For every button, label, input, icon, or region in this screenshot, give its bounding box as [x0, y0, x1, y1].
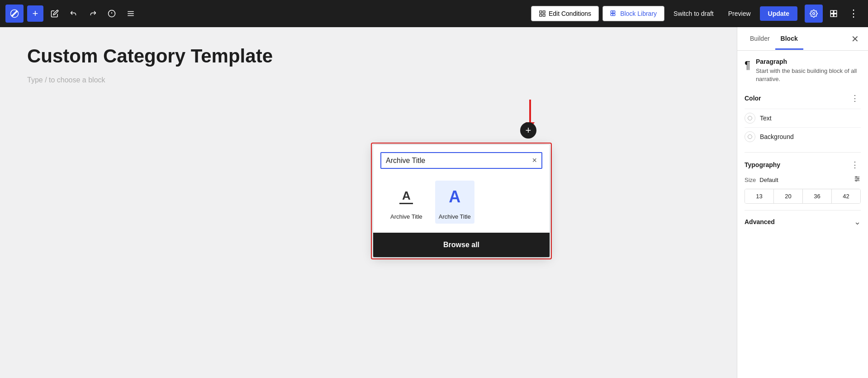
svg-rect-13: [613, 14, 615, 16]
add-block-button[interactable]: +: [27, 5, 43, 22]
svg-rect-8: [540, 14, 542, 16]
svg-rect-7: [543, 11, 545, 13]
preview-button[interactable]: Preview: [723, 6, 756, 21]
block-search-row[interactable]: ×: [380, 152, 542, 169]
more-options-button[interactable]: ⋮: [844, 5, 863, 23]
block-name-heading: Paragraph: [756, 58, 861, 65]
text-color-row[interactable]: Text: [745, 109, 861, 127]
svg-rect-17: [830, 14, 833, 17]
info-button[interactable]: [104, 7, 119, 20]
list-view-button[interactable]: [123, 7, 138, 20]
divider-1: [745, 152, 861, 153]
archive-title-icon-1: A: [399, 190, 413, 204]
update-button[interactable]: Update: [760, 6, 797, 21]
svg-rect-11: [613, 11, 615, 13]
browse-all-button[interactable]: Browse all: [373, 233, 550, 257]
block-item-archive-title-1[interactable]: A Archive Title: [387, 181, 426, 224]
svg-rect-16: [834, 10, 837, 13]
size-value: Default: [759, 177, 778, 183]
typography-more-button[interactable]: ⋮: [849, 159, 861, 171]
advanced-chevron-icon: ⌄: [854, 217, 861, 227]
block-results-list: A Archive Title A Archive Title: [373, 176, 550, 233]
advanced-section-row[interactable]: Advanced ⌄: [745, 210, 861, 233]
background-color-row[interactable]: Background: [745, 127, 861, 146]
text-color-circle: [745, 113, 755, 124]
tab-block[interactable]: Block: [775, 29, 803, 50]
background-color-circle: [745, 131, 755, 142]
svg-rect-10: [611, 11, 613, 13]
wp-logo[interactable]: [5, 5, 24, 23]
block-search-input[interactable]: [386, 157, 532, 165]
svg-point-23: [858, 178, 859, 180]
editor-area: Custom Category Template Type / to choos…: [0, 27, 737, 378]
multisite-button[interactable]: [825, 5, 843, 23]
block-library-button[interactable]: Block Library: [602, 6, 664, 21]
color-section-header: Color ⋮: [745, 92, 861, 104]
svg-rect-18: [834, 14, 837, 17]
edit-conditions-button[interactable]: Edit Conditions: [531, 6, 599, 21]
text-color-label: Text: [760, 115, 772, 122]
paragraph-icon: ¶: [745, 59, 750, 72]
svg-point-24: [856, 180, 857, 182]
background-color-label: Background: [760, 133, 794, 140]
add-block-inline-button[interactable]: +: [520, 122, 536, 139]
main-layout: Custom Category Template Type / to choos…: [0, 27, 868, 378]
typography-section-title: Typography: [745, 161, 780, 168]
font-size-row: Size Default: [745, 175, 861, 184]
block-item-label-1: Archive Title: [390, 213, 422, 220]
size-pill-13[interactable]: 13: [745, 189, 774, 203]
block-icon-underline-wrapper: A: [394, 184, 419, 210]
archive-title-icon-2: A: [449, 187, 460, 206]
typography-section-header: Typography ⋮: [745, 159, 861, 171]
sidebar-close-button[interactable]: ✕: [849, 32, 861, 46]
block-info-section: ¶ Paragraph Start with the basic buildin…: [745, 58, 861, 83]
undo-button[interactable]: [66, 7, 81, 20]
block-item-archive-title-2[interactable]: A Archive Title: [435, 181, 474, 224]
block-info-text: Paragraph Start with the basic building …: [756, 58, 861, 83]
size-sliders-button[interactable]: [854, 175, 861, 184]
size-pill-20[interactable]: 20: [774, 189, 803, 203]
svg-rect-9: [543, 14, 545, 16]
settings-button[interactable]: [805, 5, 823, 23]
font-size-pills: 13 20 36 42: [745, 189, 861, 204]
svg-rect-12: [611, 14, 613, 16]
svg-rect-15: [830, 10, 833, 13]
block-popup-border: × A Archive Title: [371, 143, 552, 259]
size-pill-36[interactable]: 36: [803, 189, 832, 203]
size-label: Size: [745, 177, 756, 183]
advanced-label: Advanced: [745, 218, 775, 225]
color-section-title: Color: [745, 95, 761, 102]
block-placeholder[interactable]: Type / to choose a block: [27, 76, 710, 84]
add-block-inline-area: +: [520, 122, 536, 139]
tab-builder[interactable]: Builder: [745, 29, 775, 50]
page-title: Custom Category Template: [27, 45, 710, 67]
svg-rect-6: [540, 11, 542, 13]
typography-section: Typography ⋮ Size Default 13 20 36 42: [745, 159, 861, 204]
arrow-shaft: [529, 100, 531, 122]
color-more-button[interactable]: ⋮: [849, 92, 861, 104]
toolbar: + Edit Conditions Block Library Switch t…: [0, 0, 868, 27]
block-popup-container: × A Archive Title: [373, 145, 550, 257]
sidebar-panel: Builder Block ✕ ¶ Paragraph Start with t…: [737, 27, 868, 378]
svg-point-22: [856, 177, 857, 178]
sidebar-content: ¶ Paragraph Start with the basic buildin…: [737, 51, 868, 378]
size-pill-42[interactable]: 42: [832, 189, 860, 203]
sidebar-tabs: Builder Block ✕: [737, 27, 868, 51]
edit-pen-button[interactable]: [47, 7, 62, 20]
block-item-label-2: Archive Title: [439, 213, 471, 220]
block-search-popup: × A Archive Title: [371, 143, 552, 259]
switch-to-draft-button[interactable]: Switch to draft: [668, 6, 719, 21]
svg-point-14: [813, 13, 815, 15]
block-description-text: Start with the basic building block of a…: [756, 67, 861, 83]
redo-button[interactable]: [85, 7, 100, 20]
block-search-close-button[interactable]: ×: [532, 156, 537, 165]
block-icon-blue-wrapper: A: [442, 184, 467, 210]
